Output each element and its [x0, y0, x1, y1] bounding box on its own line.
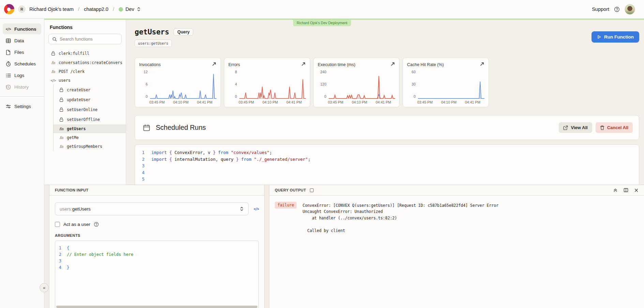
y-axis-labels: 840	[228, 70, 239, 99]
status-badge: failure	[275, 202, 297, 209]
act-as-user-checkbox[interactable]	[55, 222, 60, 227]
y-axis-labels: 1260	[139, 70, 150, 99]
trash-icon	[600, 125, 604, 130]
search-functions-input[interactable]	[60, 36, 118, 42]
run-function-button[interactable]: Run Function	[591, 31, 639, 43]
breadcrumb-team[interactable]: Richard Ojok's team	[29, 6, 74, 12]
nav-sidebar: </>FunctionsDataFilesSchedulesLogsHistor…	[0, 19, 44, 308]
y-axis-labels: 2401200	[318, 70, 329, 99]
deployment-status-dot	[119, 7, 123, 12]
deployment-selector[interactable]: Dev	[119, 6, 141, 12]
function-tree-label: updateUser	[67, 97, 90, 102]
y-axis-labels: 60300	[407, 70, 418, 99]
function-tree-item-getusers[interactable]: fngetUsers	[53, 124, 126, 133]
function-tree-item-getme[interactable]: fngetMe	[53, 133, 126, 142]
code-line: 1import { ConvexError, v } from "convex/…	[135, 149, 639, 156]
team-avatar: R	[18, 5, 26, 13]
fn-icon: fn	[50, 70, 56, 74]
query-output-panel: QUERY OUTPUT failure ConvexError: [CON	[269, 185, 644, 308]
panel-divider[interactable]	[265, 185, 269, 308]
function-tree-item-getgroupmembers[interactable]: fngetGroupMembers	[53, 142, 126, 151]
function-tree-label: setUserOnline	[67, 107, 98, 112]
code-line: 4	[135, 169, 639, 176]
sidebar-item-history[interactable]: History	[3, 81, 41, 92]
topbar: R Richard Ojok's team / chatapp2.0 / Dev…	[0, 0, 644, 19]
function-input-panel: FUNCTION INPUT users:getUsers </>	[49, 185, 265, 308]
function-tree-item-conversations-createconvers[interactable]: fnconversations:createConvers	[44, 58, 126, 67]
search-functions-box[interactable]	[48, 34, 122, 44]
sidebar-item-data[interactable]: Data	[3, 35, 41, 46]
function-tree-label: POST /clerk	[59, 69, 85, 74]
breadcrumb-separator: /	[77, 6, 80, 12]
close-icon[interactable]	[634, 188, 639, 192]
expand-icon[interactable]	[301, 62, 306, 67]
code-line: 3	[135, 163, 639, 169]
sidebar-item-settings[interactable]: Settings	[3, 101, 41, 112]
function-tree-label: users	[59, 78, 71, 83]
breadcrumb-project[interactable]: chatapp2.0	[84, 6, 108, 12]
horizontal-scrollbar[interactable]	[56, 306, 257, 308]
sidebar-item-label: Logs	[14, 73, 24, 78]
view-all-button[interactable]: View All	[559, 122, 592, 133]
file-icon	[5, 49, 11, 55]
cancel-all-button[interactable]: Cancel All	[596, 122, 633, 133]
metric-card-cache-hit-rate: Cache Hit Rate (%)6030003:45 PM04:10 PM0…	[403, 58, 489, 107]
chart-title: Execution time (ms)	[318, 62, 355, 67]
expand-icon[interactable]	[390, 62, 395, 67]
functions-tree: clerk:fulfillfnconversations:createConve…	[44, 48, 126, 151]
view-source-code-icon[interactable]: </>	[254, 207, 259, 211]
sidebar-item-files[interactable]: Files	[3, 47, 41, 58]
code-line: 5	[135, 176, 639, 183]
fn-icon: fn	[59, 136, 64, 140]
convex-logo[interactable]	[4, 4, 14, 14]
collapse-panel-button[interactable]: «	[40, 283, 49, 292]
function-runner-overlay: « FUNCTION INPUT users:getUsers </>	[44, 185, 644, 308]
table-icon	[5, 37, 11, 44]
expand-icon[interactable]	[212, 62, 216, 67]
x-axis-labels: 03:45 PM04:10 PM04:41 PM	[228, 99, 306, 104]
lock-icon	[50, 50, 56, 56]
arguments-label: ARGUMENTS	[55, 233, 259, 237]
user-avatar[interactable]	[625, 4, 635, 15]
record-stop-icon[interactable]	[310, 188, 314, 192]
fn-icon: fn	[59, 127, 64, 131]
function-select[interactable]: users:getUsers	[55, 202, 249, 215]
expand-icon[interactable]	[480, 62, 484, 67]
function-tree-label: conversations:createConvers	[59, 60, 122, 65]
function-tree-label: getGroupMembers	[67, 144, 102, 149]
function-tree-item-users[interactable]: </>users	[44, 76, 126, 85]
collapse-up-icon[interactable]	[613, 188, 618, 192]
split-panel-icon[interactable]	[624, 188, 628, 192]
help-circle-icon[interactable]	[614, 6, 620, 12]
scheduled-runs-title: Scheduled Runs	[156, 124, 206, 132]
function-tree-item-createuser[interactable]: createUser	[53, 85, 126, 95]
sidebar-item-label: Functions	[14, 27, 36, 32]
function-tree-item-post-clerk[interactable]: fnPOST /clerk	[44, 67, 126, 76]
sidebar-item-schedules[interactable]: Schedules	[3, 58, 41, 69]
support-link[interactable]: Support	[592, 6, 609, 12]
sidebar-item-logs[interactable]: Logs	[3, 70, 41, 81]
code-icon: </>	[5, 26, 11, 32]
help-circle-icon[interactable]	[94, 222, 99, 227]
function-tree-item-clerk-fulfill[interactable]: clerk:fulfill	[44, 48, 126, 58]
sidebar-divider	[0, 96, 44, 97]
query-output-header: QUERY OUTPUT	[275, 188, 306, 192]
function-path-badge[interactable]: users:getUsers	[135, 40, 172, 47]
sidebar-item-functions[interactable]: </>Functions	[3, 24, 41, 34]
sliders-icon	[5, 103, 11, 109]
calendar-icon	[143, 124, 151, 132]
scheduled-runs-card: Scheduled Runs View All Cancel All	[135, 115, 639, 140]
play-icon	[597, 35, 601, 39]
arguments-editor[interactable]: 1{2 // Enter object fields here34}	[55, 241, 259, 308]
function-tree-item-updateuser[interactable]: updateUser	[53, 95, 126, 105]
fn-icon: fn	[59, 144, 64, 149]
lock-icon	[59, 97, 64, 103]
function-tree-item-setuseroffline[interactable]: setUserOffline	[53, 114, 126, 124]
error-log: ConvexError: [CONVEX Q(users:getUsers)] …	[302, 202, 498, 234]
code-icon: </>	[50, 79, 56, 82]
chart-title: Invocations	[139, 62, 161, 67]
function-tree-item-setuseronline[interactable]: setUserOnline	[53, 105, 126, 114]
code-line: 4}	[55, 264, 258, 271]
search-icon	[52, 37, 57, 42]
metric-card-execution-time-ms: Execution time (ms)240120003:45 PM04:10 …	[313, 58, 400, 107]
